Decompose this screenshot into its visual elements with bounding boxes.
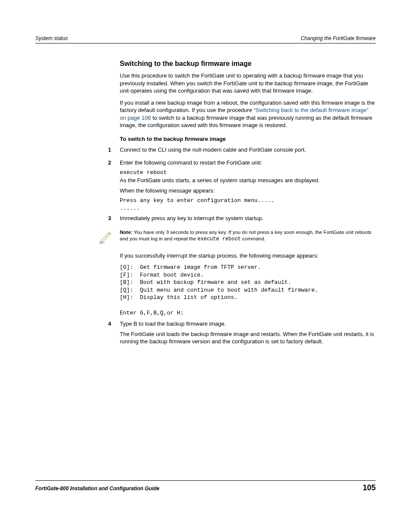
procedure-subhead: To switch to the backup firmware image	[120, 135, 376, 143]
note-body: Note: You have only 3 seconds to press a…	[115, 229, 376, 243]
step-2: 2 Enter the following command to restart…	[120, 159, 376, 212]
cli-menu-block: [G]: Get firmware image from TFTP server…	[120, 264, 376, 317]
intro2-text-b: to switch to a backup firmware image tha…	[120, 115, 372, 129]
intro-paragraph-1: Use this procedure to switch the FortiGa…	[120, 72, 376, 95]
header-left: System status	[35, 35, 68, 41]
step-1: 1 Connect to the CLI using the null-mode…	[120, 146, 376, 156]
note-text-b: command.	[241, 236, 265, 241]
note-block: Note: You have only 3 seconds to press a…	[98, 229, 376, 246]
page-footer: FortiGate-800 Installation and Configura…	[35, 480, 376, 492]
step-text-after-2: When the following message appears:	[120, 187, 376, 195]
page-content: Switching to the backup firmware image U…	[120, 60, 376, 348]
step-text: Immediately press any key to interrupt t…	[120, 215, 376, 222]
step-text-after-1: As the FortiGate units starts, a series …	[120, 177, 376, 184]
intro-paragraph-2: If you install a new backup image from a…	[120, 99, 376, 129]
step-number: 1	[102, 146, 120, 156]
step-3: 3 Immediately press any key to interrupt…	[120, 215, 376, 225]
after-note-text: If you successfully interrupt the startu…	[120, 252, 376, 260]
cli-command: execute reboot	[120, 169, 376, 177]
header-right: Changing the FortiGate firmware	[301, 35, 376, 41]
running-header: System status Changing the FortiGate fir…	[35, 35, 376, 44]
footer-title: FortiGate-800 Installation and Configura…	[35, 485, 159, 492]
section-title: Switching to the backup firmware image	[120, 60, 376, 68]
step-text-after: The FortiGate unit loads the backup firm…	[120, 330, 376, 345]
step-text: Enter the following command to restart t…	[120, 159, 376, 167]
step-4: 4 Type B to load the backup firmware ima…	[120, 320, 376, 348]
step-number: 2	[102, 159, 120, 212]
step-number: 3	[102, 215, 120, 225]
note-icon	[98, 229, 115, 246]
note-label: Note:	[120, 230, 132, 235]
note-cmd: execute reboot	[197, 236, 241, 242]
cli-output: Press any key to enter configuration men…	[120, 197, 376, 212]
step-text: Connect to the CLI using the null-modem …	[120, 146, 376, 154]
step-number: 4	[102, 320, 120, 348]
step-text: Type B to load the backup firmware image…	[120, 320, 376, 328]
page-number: 105	[363, 483, 376, 492]
